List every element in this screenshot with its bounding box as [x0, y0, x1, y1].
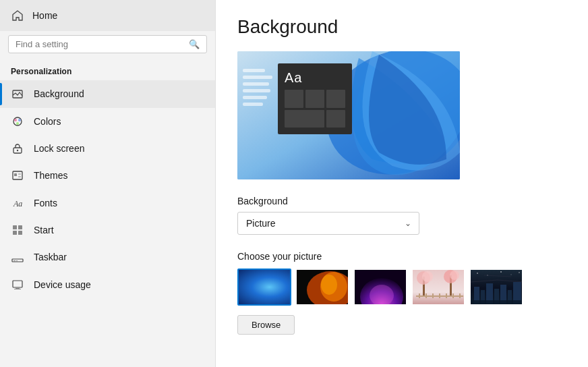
sidebar-item-colors[interactable]: Colors — [0, 108, 215, 135]
svg-rect-10 — [18, 176, 21, 177]
main-content: Background — [216, 0, 588, 367]
pic3-svg — [355, 270, 407, 306]
svg-rect-25 — [239, 270, 289, 304]
svg-point-58 — [477, 273, 478, 274]
svg-point-30 — [321, 275, 337, 295]
panel-grid — [285, 90, 345, 128]
grid-cell — [285, 90, 303, 108]
background-icon — [11, 88, 24, 100]
svg-rect-9 — [18, 173, 21, 175]
svg-point-2 — [14, 119, 17, 121]
fonts-icon: Aa — [11, 196, 24, 208]
device-usage-icon — [11, 278, 24, 290]
picture-thumb-2[interactable] — [295, 269, 349, 306]
preview-lines — [243, 65, 280, 106]
svg-point-4 — [16, 122, 19, 125]
pic5-svg — [471, 270, 523, 306]
preview-line — [243, 96, 267, 99]
sidebar-lock-label: Lock screen — [34, 143, 84, 154]
browse-button[interactable]: Browse — [237, 315, 295, 335]
search-icon: 🔍 — [189, 39, 200, 49]
svg-point-62 — [519, 272, 519, 273]
sidebar-fonts-label: Fonts — [34, 198, 57, 208]
background-preview: Aa — [237, 51, 460, 179]
pic1-bg — [239, 270, 290, 304]
grid-cell — [285, 110, 324, 128]
colors-icon — [11, 115, 24, 128]
picture-grid — [237, 269, 566, 306]
grid-cell — [305, 90, 324, 108]
preview-line — [243, 82, 269, 86]
pic4-svg — [413, 270, 465, 306]
search-box[interactable]: 🔍 — [8, 35, 207, 53]
panel-aa-text: Aa — [285, 70, 345, 86]
taskbar-icon — [11, 251, 24, 263]
picture-thumb-5[interactable] — [469, 269, 523, 306]
svg-rect-8 — [14, 173, 17, 176]
sidebar: Home 🔍 Personalization Background Colors — [0, 0, 216, 367]
svg-rect-17 — [13, 260, 16, 261]
preview-line — [243, 76, 272, 79]
sidebar-item-background[interactable]: Background — [0, 80, 215, 107]
sidebar-themes-label: Themes — [34, 170, 68, 181]
grid-cell — [326, 90, 345, 108]
svg-point-3 — [18, 119, 21, 121]
svg-rect-19 — [13, 281, 22, 287]
svg-rect-14 — [13, 231, 17, 235]
picture-thumb-4[interactable] — [411, 269, 465, 306]
start-icon — [11, 224, 24, 236]
sidebar-item-start[interactable]: Start — [0, 217, 215, 244]
choose-picture-label: Choose your picture — [237, 251, 566, 262]
svg-text:Aa: Aa — [13, 199, 22, 208]
grid-cell — [326, 110, 345, 128]
page-title: Background — [237, 16, 566, 38]
svg-point-26 — [240, 270, 290, 304]
svg-point-6 — [17, 150, 18, 151]
sidebar-taskbar-label: Taskbar — [34, 252, 67, 262]
background-dropdown[interactable]: Picture Solid color Slideshow — [237, 212, 419, 235]
lock-screen-icon — [11, 142, 24, 154]
svg-rect-15 — [18, 231, 22, 235]
home-label: Home — [32, 10, 57, 21]
preview-line — [243, 103, 263, 106]
preview-line — [243, 69, 265, 72]
pic2-svg — [297, 270, 349, 306]
sidebar-background-label: Background — [34, 88, 84, 99]
preview-line — [243, 89, 270, 92]
svg-point-40 — [450, 271, 459, 280]
sidebar-start-label: Start — [34, 225, 54, 235]
svg-rect-12 — [13, 225, 17, 229]
preview-panel: Aa — [278, 63, 352, 134]
picture-thumb-1[interactable] — [237, 269, 291, 306]
section-title: Personalization — [0, 61, 215, 80]
svg-point-38 — [422, 271, 433, 282]
svg-point-61 — [511, 275, 512, 275]
dropdown-wrapper: Picture Solid color Slideshow ⌄ — [237, 212, 419, 235]
sidebar-item-lock-screen[interactable]: Lock screen — [0, 135, 215, 162]
pic1-svg — [239, 270, 290, 304]
svg-rect-13 — [18, 225, 22, 229]
preview-wallpaper: Aa — [237, 51, 460, 179]
search-input[interactable] — [16, 39, 189, 49]
sidebar-colors-label: Colors — [34, 116, 61, 127]
sidebar-item-fonts[interactable]: Aa Fonts — [0, 189, 215, 216]
sidebar-device-usage-label: Device usage — [34, 279, 91, 290]
svg-point-33 — [370, 285, 394, 306]
svg-rect-18 — [16, 260, 18, 261]
svg-rect-57 — [471, 300, 523, 306]
sidebar-item-home[interactable]: Home — [0, 0, 215, 31]
svg-point-60 — [500, 271, 502, 273]
picture-thumb-3[interactable] — [353, 269, 407, 306]
sidebar-item-themes[interactable]: Themes — [0, 162, 215, 189]
background-section-label: Background — [237, 196, 566, 206]
sidebar-item-taskbar[interactable]: Taskbar — [0, 244, 215, 271]
home-icon — [11, 9, 24, 22]
themes-icon — [11, 169, 24, 181]
svg-rect-16 — [12, 259, 23, 262]
sidebar-item-device-usage[interactable]: Device usage — [0, 271, 215, 298]
